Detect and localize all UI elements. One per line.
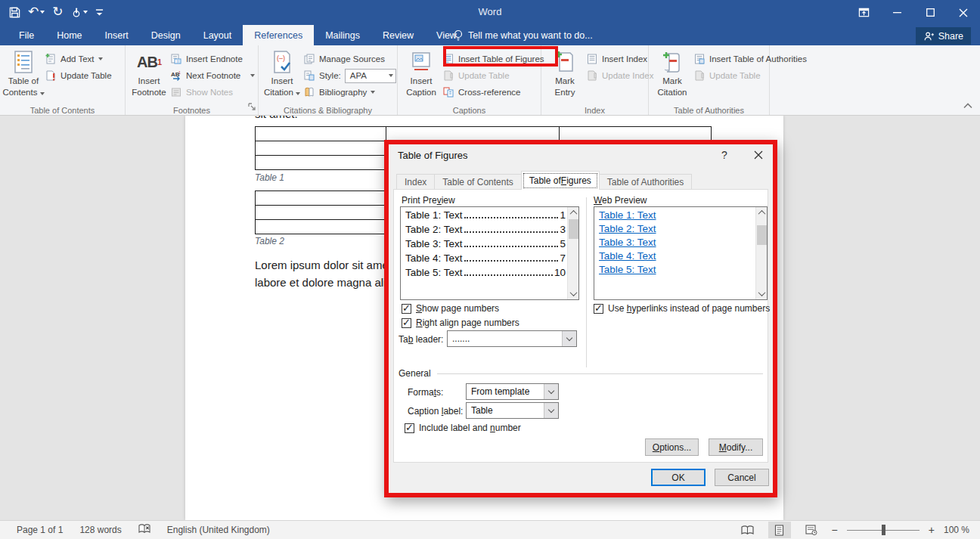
bibliography-button[interactable]: Bibliography [303,84,396,101]
tab-file[interactable]: File [8,25,45,45]
share-person-icon [923,31,934,42]
show-notes-button[interactable]: Show Notes [170,84,255,101]
add-text-button[interactable]: Add Text [45,51,112,67]
cross-reference-button[interactable]: Cross-reference [442,84,544,101]
group-label: Table of Contents [0,106,125,115]
show-page-numbers-checkbox[interactable]: ✓ Show page numbers [402,303,499,314]
touch-mode-dropdown-icon[interactable] [83,11,88,14]
update-table-button[interactable]: Update Table [45,67,112,84]
save-button[interactable] [9,7,20,18]
style-combobox[interactable]: APA [345,69,396,83]
undo-icon: ↶ [28,3,39,21]
scroll-up-icon[interactable] [568,207,579,218]
dialog-close-button[interactable] [752,148,765,162]
undo-button[interactable]: ↶ [28,3,45,21]
print-preview-scrollbar[interactable] [567,207,578,299]
tell-me-box[interactable]: Tell me what you want to do... [454,25,593,45]
dialog-tab-table-of-figures[interactable]: Table of Figures [521,171,600,190]
maximize-button[interactable] [913,0,947,25]
scroll-down-icon[interactable] [756,288,768,299]
manage-sources-button[interactable]: Manage Sources [303,51,396,67]
update-table-icon [442,70,454,82]
ribbon: Table of Contents Add Text Update Table … [0,45,980,116]
tab-insert[interactable]: Insert [94,25,140,45]
mark-entry-button[interactable]: Mark Entry [544,47,586,98]
insert-table-of-figures-button[interactable]: Insert Table of Figures [442,51,544,67]
insert-footnote-button[interactable]: AB1 Insert Footnote [128,47,170,98]
next-footnote-button[interactable]: AB1 Next Footnote [170,67,255,84]
share-button[interactable]: Share [916,27,971,45]
caption-label-dropdown[interactable]: Table [466,402,559,419]
web-preview-listbox[interactable]: Table 1: Text Table 2: Text Table 3: Tex… [594,206,768,300]
cancel-button[interactable]: Cancel [715,469,769,486]
dialog-tab-table-of-authorities[interactable]: Table of Authorities [599,174,692,190]
close-button[interactable] [947,0,980,25]
scrollbar-thumb[interactable] [757,225,767,245]
word-count[interactable]: 128 words [79,525,121,535]
ok-button[interactable]: OK [651,469,706,486]
tab-design[interactable]: Design [140,25,192,45]
collapse-ribbon-button[interactable] [963,98,972,112]
ribbon-display-options-button[interactable] [847,0,880,25]
redo-button[interactable]: ↻ [52,3,63,21]
dropdown-arrow-icon[interactable] [562,331,576,346]
print-preview-row: Table 5: Text10 [405,267,566,281]
minimize-button[interactable] [880,0,913,25]
tab-layout[interactable]: Layout [192,25,243,45]
web-preview-scrollbar[interactable] [755,207,767,299]
update-table-captions-button[interactable]: Update Table [442,67,544,84]
zoom-slider-thumb[interactable] [882,525,885,535]
group-index: Mark Entry Insert Index Update Index Ind… [541,45,649,115]
dialog-help-button[interactable]: ? [718,149,730,161]
include-label-and-number-checkbox[interactable]: ✓ Include label and number [405,423,521,433]
table-of-contents-button[interactable]: Table of Contents [2,47,45,98]
print-preview-listbox[interactable]: Table 1: Text1 Table 2: Text3 Table 3: T… [400,206,579,300]
zoom-percentage[interactable]: 100 % [944,525,969,535]
zoom-out-button[interactable]: − [832,524,838,536]
proofing-status-button[interactable] [138,524,150,537]
zoom-in-button[interactable]: + [929,524,935,536]
web-layout-button[interactable] [800,522,823,538]
svg-text:1: 1 [178,70,181,75]
touch-mouse-mode-button[interactable] [71,7,88,18]
use-hyperlinks-checkbox[interactable]: ✓ Use hyperlinks instead of page numbers [594,303,770,314]
formats-value: From template [467,386,544,397]
page-indicator[interactable]: Page 1 of 1 [17,525,63,535]
update-index-button[interactable]: Update Index [586,67,653,84]
group-table-of-contents: Table of Contents Add Text Update Table … [0,45,126,115]
mark-citation-button[interactable]: Mark Citation [651,47,693,98]
undo-dropdown-icon[interactable] [40,11,45,14]
modify-button[interactable]: Modify... [709,438,763,456]
formats-dropdown[interactable]: From template [466,383,559,400]
group-label: Index [541,106,648,115]
dialog-tab-index[interactable]: Index [396,174,435,190]
dialog-tab-table-of-contents[interactable]: Table of Contents [434,174,521,190]
insert-endnote-button[interactable]: [i] Insert Endnote [170,51,255,67]
tab-leader-label: Tab leader: [399,334,443,345]
insert-index-button[interactable]: Insert Index [586,51,653,67]
tab-home[interactable]: Home [45,25,93,45]
dropdown-arrow-icon[interactable] [544,384,558,399]
read-mode-button[interactable] [737,522,759,538]
language-indicator[interactable]: English (United Kingdom) [167,525,270,535]
add-text-icon [45,53,57,65]
insert-caption-button[interactable]: Insert Caption [400,47,442,98]
group-citations-bibliography: (–) Insert Citation Manage Sources Style… [259,45,398,115]
customize-qat-button[interactable] [95,7,104,17]
tab-leader-dropdown[interactable]: ....... [447,330,577,347]
print-layout-button[interactable] [768,522,791,538]
insert-caption-icon [410,50,433,74]
tab-review[interactable]: Review [371,25,425,45]
style-row: Style: APA [303,67,396,84]
scroll-up-icon[interactable] [756,207,768,218]
scrollbar-thumb[interactable] [569,219,578,239]
options-button[interactable]: Options... [645,438,699,456]
scroll-down-icon[interactable] [568,288,579,299]
zoom-slider[interactable] [847,525,920,535]
dropdown-arrow-icon[interactable] [544,403,558,418]
right-align-page-numbers-checkbox[interactable]: ✓ Right align page numbers [402,318,519,328]
insert-citation-button[interactable]: (–) Insert Citation [261,47,303,98]
tab-mailings[interactable]: Mailings [314,25,371,45]
tab-references[interactable]: References [243,25,314,45]
mark-citation-icon [661,50,684,74]
